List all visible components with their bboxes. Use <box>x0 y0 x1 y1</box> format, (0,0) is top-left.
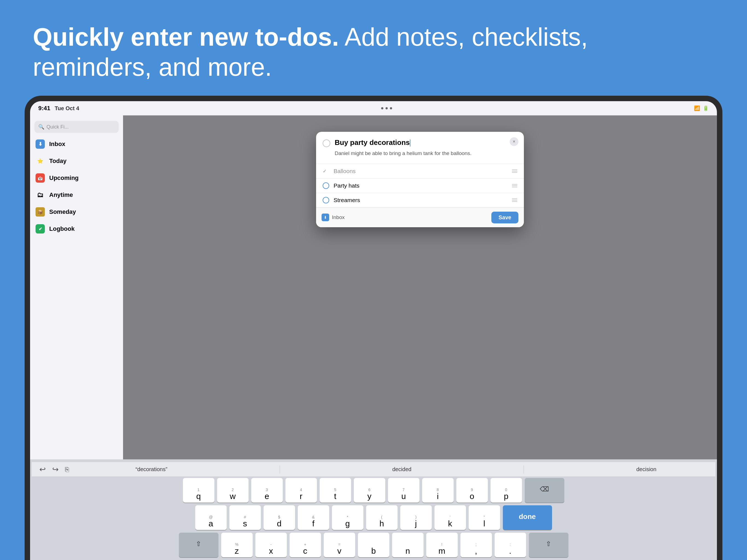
status-date: Tue Oct 4 <box>55 105 79 111</box>
modal: Buy party decorations Daniel might be ab… <box>316 132 524 227</box>
checklist-item-party-hats[interactable]: Party hats <box>316 179 524 193</box>
sidebar-label-logbook: Logbook <box>49 225 75 232</box>
key-c[interactable]: +c <box>289 533 321 557</box>
key-a[interactable]: @a <box>195 505 227 530</box>
check-circle-party-hats[interactable] <box>323 182 329 189</box>
sidebar-label-inbox: Inbox <box>49 141 66 148</box>
checklist: ✓ Balloons Party hats <box>316 164 524 207</box>
save-button[interactable]: Save <box>491 212 518 223</box>
sidebar-label-upcoming: Upcoming <box>49 175 79 182</box>
key-r[interactable]: 4r <box>285 478 317 503</box>
key-done[interactable]: done <box>503 505 552 530</box>
key-o[interactable]: 9o <box>456 478 488 503</box>
anytime-icon: 🗂 <box>35 190 45 200</box>
reorder-icon-balloons[interactable] <box>512 170 517 173</box>
key-g[interactable]: *g <box>332 505 363 530</box>
suggestion-word-3[interactable]: decision <box>631 464 662 474</box>
modal-overlay: Buy party decorations Daniel might be ab… <box>123 116 717 459</box>
key-p[interactable]: 0p <box>491 478 522 503</box>
key-y[interactable]: 6y <box>354 478 385 503</box>
keyboard-rows: 1q 2w 3e 4r 5t 6y 7u 8i 9o 0p ⌫ @a #s $d <box>32 478 715 560</box>
key-e[interactable]: 3e <box>251 478 283 503</box>
key-shift-left[interactable]: ⇧ <box>179 533 218 557</box>
key-row-3: ⇧ %z -x +c =v b n !m ;, :. ⇧ <box>32 533 715 557</box>
key-period[interactable]: :. <box>495 533 526 557</box>
keyboard-area: ↩ ↪ ⎘ “decorations” decided decision 1q … <box>30 459 717 560</box>
key-h[interactable]: (h <box>366 505 397 530</box>
sidebar-item-upcoming[interactable]: 📅 Upcoming <box>30 170 123 186</box>
checklist-label-balloons: Balloons <box>334 168 356 175</box>
battery-icon: 🔋 <box>703 105 709 111</box>
footer-inbox-icon: ⬇ <box>321 213 329 221</box>
check-circle-streamers[interactable] <box>323 197 329 203</box>
sidebar-item-logbook[interactable]: ✔ Logbook <box>30 221 123 237</box>
suggestion-divider-1 <box>280 465 280 474</box>
redo-button[interactable]: ↪ <box>49 465 62 474</box>
key-comma[interactable]: ;, <box>460 533 492 557</box>
sidebar-label-someday: Someday <box>49 208 76 215</box>
reorder-icon-streamers[interactable] <box>512 199 517 202</box>
search-bar[interactable]: 🔍 Quick Fi... <box>34 121 119 133</box>
main-area: Buy party decorations Daniel might be ab… <box>123 116 717 459</box>
modal-title-row: Buy party decorations <box>323 138 517 147</box>
suggestion-word-1[interactable]: “decorations” <box>130 464 173 474</box>
status-right: 📶 🔋 <box>694 105 709 111</box>
modal-footer: ⬇ Inbox Save <box>316 207 524 227</box>
key-d[interactable]: $d <box>264 505 295 530</box>
key-u[interactable]: 7u <box>388 478 419 503</box>
key-x[interactable]: -x <box>255 533 287 557</box>
key-i[interactable]: 8i <box>422 478 454 503</box>
suggestion-word-2[interactable]: decided <box>387 464 417 474</box>
key-q[interactable]: 1q <box>183 478 214 503</box>
sidebar-item-someday[interactable]: 📦 Someday <box>30 203 123 221</box>
sidebar-item-today[interactable]: ⭐ Today <box>30 153 123 170</box>
modal-todo-checkbox[interactable] <box>323 139 330 147</box>
wifi-icon: 📶 <box>694 105 700 111</box>
status-time: 9:41 <box>38 105 50 112</box>
key-shift-right[interactable]: ⇧ <box>529 533 568 557</box>
key-v[interactable]: =v <box>324 533 355 557</box>
key-l[interactable]: "l <box>469 505 500 530</box>
undo-button[interactable]: ↩ <box>36 465 49 474</box>
key-j[interactable]: )j <box>400 505 432 530</box>
footer-inbox[interactable]: ⬇ Inbox <box>321 213 344 221</box>
someday-icon: 📦 <box>35 207 45 217</box>
key-z[interactable]: %z <box>221 533 253 557</box>
checklist-item-balloons[interactable]: ✓ Balloons <box>316 164 524 179</box>
hero-text: Quickly enter new to-dos. Add notes, che… <box>33 22 714 82</box>
sidebar-label-anytime: Anytime <box>49 192 73 199</box>
modal-note: Daniel might be able to bring a helium t… <box>335 150 517 157</box>
text-cursor <box>410 139 410 147</box>
check-done-icon: ✓ <box>323 168 329 175</box>
sidebar-item-inbox[interactable]: ⬇ Inbox <box>30 136 123 153</box>
shift-left-icon: ⇧ <box>196 540 201 548</box>
today-icon: ⭐ <box>35 156 45 166</box>
logbook-icon: ✔ <box>35 224 45 233</box>
done-label: done <box>519 512 536 521</box>
sidebar-item-anytime[interactable]: 🗂 Anytime <box>30 186 123 203</box>
undo-redo-area: ↩ ↪ ⎘ <box>32 465 77 474</box>
reorder-icon-party-hats[interactable] <box>512 184 517 187</box>
keyboard-suggestions: ↩ ↪ ⎘ “decorations” decided decision <box>32 462 715 477</box>
key-m[interactable]: !m <box>426 533 458 557</box>
app-content: 🔍 Quick Fi... ⬇ Inbox ⭐ Today 📅 Upcoming… <box>30 116 717 459</box>
key-f[interactable]: &f <box>298 505 329 530</box>
key-row-1: 1q 2w 3e 4r 5t 6y 7u 8i 9o 0p ⌫ <box>32 478 715 503</box>
status-bar: 9:41 Tue Oct 4 📶 🔋 <box>30 101 717 116</box>
key-k[interactable]: 'k <box>435 505 466 530</box>
key-s[interactable]: #s <box>229 505 261 530</box>
key-w[interactable]: 2w <box>217 478 249 503</box>
copy-icon[interactable]: ⎘ <box>62 466 72 473</box>
key-t[interactable]: 5t <box>319 478 351 503</box>
search-icon: 🔍 <box>38 124 44 130</box>
key-n[interactable]: n <box>392 533 423 557</box>
inbox-icon: ⬇ <box>35 139 45 149</box>
key-b[interactable]: b <box>358 533 389 557</box>
modal-header: Buy party decorations Daniel might be ab… <box>316 132 524 160</box>
close-button[interactable]: × <box>510 137 518 146</box>
hero-bold: Quickly enter new to-dos. <box>33 23 339 51</box>
key-delete[interactable]: ⌫ <box>525 478 564 503</box>
suggestions-words: “decorations” decided decision <box>77 464 715 474</box>
checklist-item-streamers[interactable]: Streamers <box>316 193 524 207</box>
checklist-label-party-hats: Party hats <box>334 182 360 189</box>
